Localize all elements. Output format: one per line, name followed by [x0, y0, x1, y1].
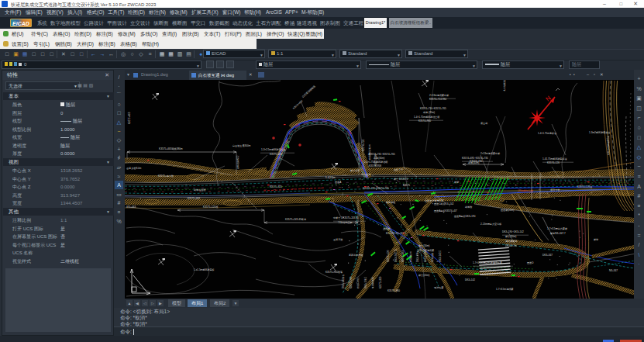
svg-text:中心桩号: 中心桩号: [361, 173, 370, 176]
svg-text:匝道桥(20m): 匝道桥(20m): [501, 209, 514, 212]
svg-text:连续梁桥墩: 连续梁桥墩: [505, 239, 517, 243]
svg-text:DK3+242.75: DK3+242.75: [394, 249, 398, 262]
svg-text:改移乡道8.0m: 改移乡道8.0m: [126, 167, 142, 170]
svg-text:桥台(20m): 桥台(20m): [418, 274, 429, 277]
svg-text:1-7×3.5预应力梁桥: 1-7×3.5预应力梁桥: [547, 226, 567, 230]
svg-text:桥台(30m): 桥台(30m): [418, 244, 429, 247]
svg-text:K3575+320: K3575+320: [379, 276, 382, 288]
svg-text:路基(40m): 路基(40m): [468, 161, 479, 164]
svg-text:K3575+243.45路基: K3575+243.45路基: [285, 218, 306, 221]
svg-text:改移乡道路基8.5m: 改移乡道路基8.5m: [607, 136, 610, 155]
svg-text:匝道A: 匝道A: [335, 181, 342, 184]
svg-text:匝道C墩柱: 匝道C墩柱: [356, 278, 360, 288]
svg-text:DK3+142桥台: DK3+142桥台: [342, 274, 345, 288]
svg-text:匝道D: 匝道D: [527, 261, 534, 264]
svg-text:桥墩: 桥墩: [453, 181, 459, 184]
svg-text:改移河道: 改移河道: [333, 238, 343, 241]
svg-text:DK3+190~DK3+142: DK3+190~DK3+142: [502, 230, 524, 233]
svg-text:DK3+142.5: DK3+142.5: [439, 250, 442, 262]
svg-text:K3575+980: K3575+980: [424, 250, 427, 262]
svg-text:K3575+毫米段: K3575+毫米段: [158, 174, 174, 178]
svg-text:DK3+347: DK3+347: [542, 254, 553, 257]
svg-text:路基标准段: 路基标准段: [194, 188, 205, 192]
svg-text:N3+347: N3+347: [609, 269, 618, 272]
svg-text:1-3×2.5m钢筋砼盖板涵: 1-3×2.5m钢筋砼盖板涵: [261, 148, 286, 151]
svg-text:匝道B起点DK3+190: 匝道B起点DK3+190: [454, 215, 476, 218]
svg-text:K3574+735~K3574+765: K3574+735~K3574+765: [369, 153, 395, 156]
svg-text:凌翔大道: 凌翔大道: [550, 188, 560, 192]
svg-text:匝道C终点K3+242: 匝道C终点K3+242: [434, 202, 454, 206]
svg-text:K3574+735~K3574+765: K3574+735~K3574+765: [363, 187, 389, 190]
svg-text:K3575+960段落: K3575+960段落: [325, 271, 343, 274]
svg-text:白改坡互通300m: 白改坡互通300m: [232, 143, 251, 147]
svg-text:2-13m预应力空心板: 2-13m预应力空心板: [480, 223, 501, 226]
svg-text:1-x1.5m钢筋砼盖板: 1-x1.5m钢筋砼盖板: [194, 268, 215, 271]
svg-text:桥墩: 桥墩: [593, 238, 598, 241]
svg-text:桥台位置: 桥台位置: [350, 169, 360, 172]
svg-text:K3574+730~K3574+765: K3574+730~K3574+765: [420, 107, 446, 110]
svg-text:中桥台 DK3575+243.45: 中桥台 DK3575+243.45: [333, 216, 359, 219]
svg-text:DK3+190梁: DK3+190梁: [416, 250, 419, 262]
svg-text:浆砌片石护坡: 浆砌片石护坡: [349, 254, 363, 257]
svg-text:匝道B桩号: 匝道B桩号: [409, 251, 412, 262]
svg-text:路基 (35m): 路基 (35m): [423, 111, 435, 114]
svg-text:K3574+724.984: K3574+724.984: [429, 98, 446, 101]
svg-text:K3575+960: K3575+960: [387, 289, 400, 292]
svg-text:2×13m连续梁中桥: 2×13m连续梁中桥: [480, 151, 500, 155]
svg-text:K3575+443: K3575+443: [270, 153, 282, 156]
svg-text:桥墩桩基: 桥墩桩基: [431, 253, 434, 263]
svg-text:凌山路: 凌山路: [480, 122, 487, 125]
svg-text:K3574+695~K3574+735: K3574+695~K3574+735: [462, 157, 488, 160]
svg-text:路基段: 路基段: [465, 206, 472, 209]
svg-text:K3574+126: K3574+126: [547, 161, 560, 164]
svg-text:1-7×3.5m预应力砼连续箱梁: 1-7×3.5m预应力砼连续箱梁: [473, 261, 502, 264]
svg-text:1-7×3.5m连续梁: 1-7×3.5m连续梁: [496, 287, 513, 291]
svg-text:K3574+735: K3574+735: [362, 139, 365, 151]
svg-text:1-3m2钢筋砼通道涵: 1-3m2钢筋砼通道涵: [589, 130, 610, 134]
svg-text:1-4(13)m: 1-4(13)m: [325, 176, 336, 179]
svg-text:桥台(30m): 桥台(30m): [505, 235, 516, 238]
svg-text:主线下穿: 主线下穿: [394, 168, 403, 171]
svg-text:K3+190~K3+242: K3+190~K3+242: [386, 232, 405, 235]
svg-text:DK3+142: DK3+142: [465, 278, 475, 282]
svg-text:桥墩N3+347.7: 桥墩N3+347.7: [549, 232, 566, 235]
svg-text:匝道A起点桩号: 匝道A起点桩号: [368, 144, 371, 160]
svg-text:现浇箱梁段: 现浇箱梁段: [371, 277, 374, 288]
svg-text:DK342.7m: DK342.7m: [505, 244, 517, 247]
svg-text:1-4×1.75m钢筋砼挡土墙: 1-4×1.75m钢筋砼挡土墙: [414, 116, 439, 119]
svg-text:K3575+463路线380m: K3575+463路线380m: [159, 147, 183, 150]
svg-text:北光坡枢纽A匝道起点: 北光坡枢纽A匝道起点: [503, 80, 506, 92]
svg-text:K3575+320: K3575+320: [270, 185, 282, 188]
svg-text:K3575+463: K3575+463: [188, 197, 200, 200]
svg-text:K3575+120段: K3575+120段: [203, 206, 219, 209]
svg-text:改移道路K12: 改移道路K12: [236, 155, 239, 169]
svg-text:K3574+960: K3574+960: [418, 119, 431, 123]
svg-text:K3574+126涵: K3574+126涵: [577, 185, 592, 188]
svg-text:K3575+120: K3575+120: [387, 250, 390, 262]
svg-text:现浇箱梁: 现浇箱梁: [434, 285, 443, 289]
svg-text:DK3+190.5: DK3+190.5: [364, 277, 367, 288]
svg-text:2×13m连续梁中桥: 2×13m连续梁中桥: [429, 93, 449, 97]
svg-text:1-41.75m钢筋砼盖板涵: 1-41.75m钢筋砼盖板涵: [542, 157, 567, 161]
svg-text:下部结构匹配: 下部结构匹配: [338, 221, 353, 224]
svg-text:K3575+960: K3575+960: [350, 276, 353, 288]
svg-text:K3575: K3575: [403, 184, 410, 187]
svg-text:K3575+463: K3575+463: [128, 112, 131, 124]
svg-text:主线桥: 主线桥: [383, 227, 390, 230]
svg-text:桥台 DK3575: 桥台 DK3575: [393, 178, 408, 181]
svg-text:375+463: 375+463: [126, 206, 136, 209]
svg-text:匝道A起点K3574+43*: 匝道A起点K3574+43*: [434, 209, 458, 212]
svg-text:1-4×1.75m盖板涵: 1-4×1.75m盖板涵: [538, 132, 556, 135]
svg-text:K3575+180: K3575+180: [374, 154, 377, 166]
svg-text:桥墩基桩: 桥墩基桩: [385, 201, 395, 204]
